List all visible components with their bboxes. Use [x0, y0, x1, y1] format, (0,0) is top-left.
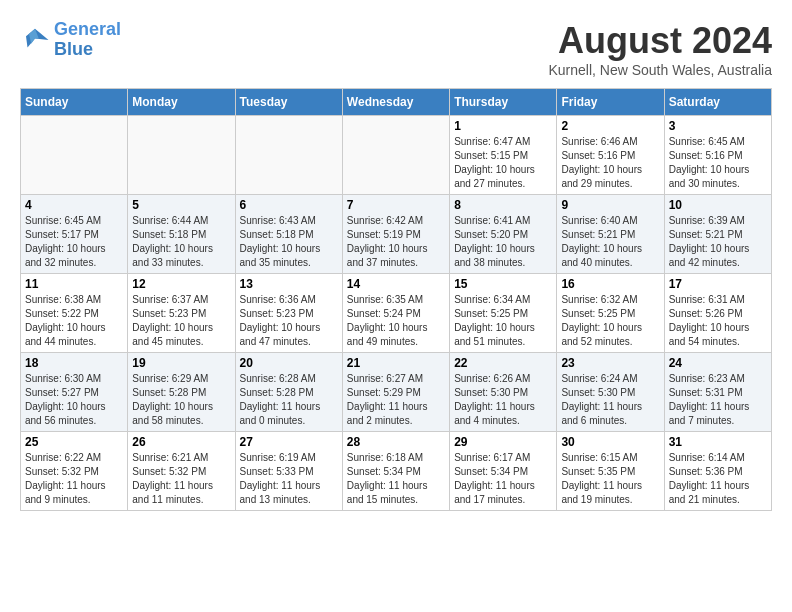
day-info: Sunrise: 6:15 AM Sunset: 5:35 PM Dayligh… — [561, 451, 659, 507]
table-row: 9Sunrise: 6:40 AM Sunset: 5:21 PM Daylig… — [557, 195, 664, 274]
day-info: Sunrise: 6:27 AM Sunset: 5:29 PM Dayligh… — [347, 372, 445, 428]
table-row: 13Sunrise: 6:36 AM Sunset: 5:23 PM Dayli… — [235, 274, 342, 353]
day-info: Sunrise: 6:46 AM Sunset: 5:16 PM Dayligh… — [561, 135, 659, 191]
day-info: Sunrise: 6:42 AM Sunset: 5:19 PM Dayligh… — [347, 214, 445, 270]
table-row: 1Sunrise: 6:47 AM Sunset: 5:15 PM Daylig… — [450, 116, 557, 195]
column-header-wednesday: Wednesday — [342, 89, 449, 116]
day-info: Sunrise: 6:32 AM Sunset: 5:25 PM Dayligh… — [561, 293, 659, 349]
table-row: 31Sunrise: 6:14 AM Sunset: 5:36 PM Dayli… — [664, 432, 771, 511]
day-info: Sunrise: 6:17 AM Sunset: 5:34 PM Dayligh… — [454, 451, 552, 507]
day-number: 22 — [454, 356, 552, 370]
day-number: 17 — [669, 277, 767, 291]
table-row: 30Sunrise: 6:15 AM Sunset: 5:35 PM Dayli… — [557, 432, 664, 511]
calendar-week-row: 11Sunrise: 6:38 AM Sunset: 5:22 PM Dayli… — [21, 274, 772, 353]
logo-bird-icon — [20, 25, 50, 55]
day-number: 31 — [669, 435, 767, 449]
table-row: 25Sunrise: 6:22 AM Sunset: 5:32 PM Dayli… — [21, 432, 128, 511]
table-row: 15Sunrise: 6:34 AM Sunset: 5:25 PM Dayli… — [450, 274, 557, 353]
table-row: 2Sunrise: 6:46 AM Sunset: 5:16 PM Daylig… — [557, 116, 664, 195]
day-info: Sunrise: 6:35 AM Sunset: 5:24 PM Dayligh… — [347, 293, 445, 349]
day-number: 7 — [347, 198, 445, 212]
table-row: 28Sunrise: 6:18 AM Sunset: 5:34 PM Dayli… — [342, 432, 449, 511]
day-info: Sunrise: 6:40 AM Sunset: 5:21 PM Dayligh… — [561, 214, 659, 270]
day-info: Sunrise: 6:37 AM Sunset: 5:23 PM Dayligh… — [132, 293, 230, 349]
table-row: 14Sunrise: 6:35 AM Sunset: 5:24 PM Dayli… — [342, 274, 449, 353]
column-header-friday: Friday — [557, 89, 664, 116]
day-info: Sunrise: 6:22 AM Sunset: 5:32 PM Dayligh… — [25, 451, 123, 507]
table-row — [21, 116, 128, 195]
day-number: 10 — [669, 198, 767, 212]
table-row: 11Sunrise: 6:38 AM Sunset: 5:22 PM Dayli… — [21, 274, 128, 353]
table-row: 16Sunrise: 6:32 AM Sunset: 5:25 PM Dayli… — [557, 274, 664, 353]
calendar-week-row: 18Sunrise: 6:30 AM Sunset: 5:27 PM Dayli… — [21, 353, 772, 432]
table-row — [342, 116, 449, 195]
table-row: 20Sunrise: 6:28 AM Sunset: 5:28 PM Dayli… — [235, 353, 342, 432]
day-number: 23 — [561, 356, 659, 370]
day-info: Sunrise: 6:30 AM Sunset: 5:27 PM Dayligh… — [25, 372, 123, 428]
day-number: 28 — [347, 435, 445, 449]
table-row: 5Sunrise: 6:44 AM Sunset: 5:18 PM Daylig… — [128, 195, 235, 274]
table-row: 4Sunrise: 6:45 AM Sunset: 5:17 PM Daylig… — [21, 195, 128, 274]
day-info: Sunrise: 6:45 AM Sunset: 5:16 PM Dayligh… — [669, 135, 767, 191]
day-number: 1 — [454, 119, 552, 133]
table-row: 17Sunrise: 6:31 AM Sunset: 5:26 PM Dayli… — [664, 274, 771, 353]
table-row: 24Sunrise: 6:23 AM Sunset: 5:31 PM Dayli… — [664, 353, 771, 432]
day-info: Sunrise: 6:24 AM Sunset: 5:30 PM Dayligh… — [561, 372, 659, 428]
day-number: 26 — [132, 435, 230, 449]
table-row: 12Sunrise: 6:37 AM Sunset: 5:23 PM Dayli… — [128, 274, 235, 353]
day-number: 19 — [132, 356, 230, 370]
day-number: 4 — [25, 198, 123, 212]
day-info: Sunrise: 6:34 AM Sunset: 5:25 PM Dayligh… — [454, 293, 552, 349]
column-header-sunday: Sunday — [21, 89, 128, 116]
day-info: Sunrise: 6:39 AM Sunset: 5:21 PM Dayligh… — [669, 214, 767, 270]
day-number: 30 — [561, 435, 659, 449]
day-info: Sunrise: 6:31 AM Sunset: 5:26 PM Dayligh… — [669, 293, 767, 349]
day-info: Sunrise: 6:43 AM Sunset: 5:18 PM Dayligh… — [240, 214, 338, 270]
day-number: 5 — [132, 198, 230, 212]
table-row: 22Sunrise: 6:26 AM Sunset: 5:30 PM Dayli… — [450, 353, 557, 432]
column-header-saturday: Saturday — [664, 89, 771, 116]
day-number: 15 — [454, 277, 552, 291]
day-number: 25 — [25, 435, 123, 449]
day-info: Sunrise: 6:23 AM Sunset: 5:31 PM Dayligh… — [669, 372, 767, 428]
calendar-table: SundayMondayTuesdayWednesdayThursdayFrid… — [20, 88, 772, 511]
day-number: 29 — [454, 435, 552, 449]
calendar-week-row: 4Sunrise: 6:45 AM Sunset: 5:17 PM Daylig… — [21, 195, 772, 274]
month-year-title: August 2024 — [548, 20, 772, 62]
logo: General Blue — [20, 20, 121, 60]
table-row: 10Sunrise: 6:39 AM Sunset: 5:21 PM Dayli… — [664, 195, 771, 274]
day-info: Sunrise: 6:26 AM Sunset: 5:30 PM Dayligh… — [454, 372, 552, 428]
table-row — [235, 116, 342, 195]
page-header: General Blue August 2024 Kurnell, New So… — [20, 20, 772, 78]
table-row: 27Sunrise: 6:19 AM Sunset: 5:33 PM Dayli… — [235, 432, 342, 511]
table-row: 8Sunrise: 6:41 AM Sunset: 5:20 PM Daylig… — [450, 195, 557, 274]
table-row: 26Sunrise: 6:21 AM Sunset: 5:32 PM Dayli… — [128, 432, 235, 511]
day-number: 24 — [669, 356, 767, 370]
column-header-monday: Monday — [128, 89, 235, 116]
day-info: Sunrise: 6:21 AM Sunset: 5:32 PM Dayligh… — [132, 451, 230, 507]
column-header-thursday: Thursday — [450, 89, 557, 116]
location-subtitle: Kurnell, New South Wales, Australia — [548, 62, 772, 78]
day-number: 2 — [561, 119, 659, 133]
day-number: 18 — [25, 356, 123, 370]
calendar-header-row: SundayMondayTuesdayWednesdayThursdayFrid… — [21, 89, 772, 116]
day-number: 6 — [240, 198, 338, 212]
calendar-week-row: 1Sunrise: 6:47 AM Sunset: 5:15 PM Daylig… — [21, 116, 772, 195]
day-number: 27 — [240, 435, 338, 449]
day-info: Sunrise: 6:18 AM Sunset: 5:34 PM Dayligh… — [347, 451, 445, 507]
table-row — [128, 116, 235, 195]
day-info: Sunrise: 6:28 AM Sunset: 5:28 PM Dayligh… — [240, 372, 338, 428]
table-row: 7Sunrise: 6:42 AM Sunset: 5:19 PM Daylig… — [342, 195, 449, 274]
day-info: Sunrise: 6:47 AM Sunset: 5:15 PM Dayligh… — [454, 135, 552, 191]
table-row: 23Sunrise: 6:24 AM Sunset: 5:30 PM Dayli… — [557, 353, 664, 432]
day-number: 9 — [561, 198, 659, 212]
title-block: August 2024 Kurnell, New South Wales, Au… — [548, 20, 772, 78]
table-row: 19Sunrise: 6:29 AM Sunset: 5:28 PM Dayli… — [128, 353, 235, 432]
calendar-week-row: 25Sunrise: 6:22 AM Sunset: 5:32 PM Dayli… — [21, 432, 772, 511]
day-info: Sunrise: 6:41 AM Sunset: 5:20 PM Dayligh… — [454, 214, 552, 270]
table-row: 21Sunrise: 6:27 AM Sunset: 5:29 PM Dayli… — [342, 353, 449, 432]
day-number: 21 — [347, 356, 445, 370]
day-info: Sunrise: 6:19 AM Sunset: 5:33 PM Dayligh… — [240, 451, 338, 507]
table-row: 18Sunrise: 6:30 AM Sunset: 5:27 PM Dayli… — [21, 353, 128, 432]
day-info: Sunrise: 6:36 AM Sunset: 5:23 PM Dayligh… — [240, 293, 338, 349]
